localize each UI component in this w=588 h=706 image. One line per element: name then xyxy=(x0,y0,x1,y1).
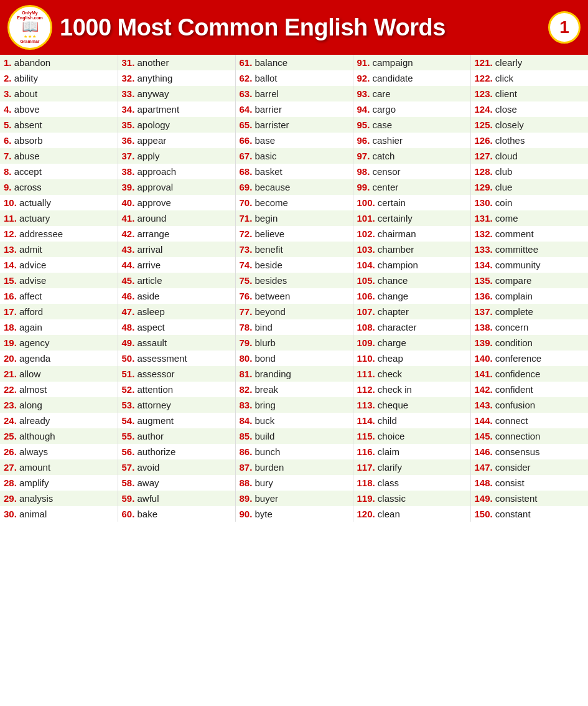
word-number: 28. xyxy=(4,478,17,488)
list-item: 12. addressee xyxy=(0,226,118,242)
list-item: 129. clue xyxy=(470,179,588,195)
word-number: 142. xyxy=(475,384,493,395)
table-row: 19. agency49. assault79. blurb109. charg… xyxy=(0,335,588,351)
list-item: 14. advice xyxy=(0,257,118,273)
word-number: 47. xyxy=(122,306,135,317)
word-number: 58. xyxy=(122,478,135,488)
word-number: 80. xyxy=(240,353,253,364)
word-number: 91. xyxy=(357,57,370,68)
list-item: 63. barrel xyxy=(235,86,353,101)
list-item: 71. begin xyxy=(235,210,353,226)
word-number: 82. xyxy=(240,384,253,395)
list-item: 65. barrister xyxy=(235,117,353,133)
word-number: 49. xyxy=(122,337,135,348)
list-item: 132. comment xyxy=(470,226,588,242)
word-number: 14. xyxy=(4,260,17,270)
list-item: 15. advise xyxy=(0,273,118,288)
word-number: 11. xyxy=(4,213,17,224)
word-number: 104. xyxy=(357,260,375,270)
word-number: 87. xyxy=(240,462,253,473)
list-item: 126. clothes xyxy=(470,133,588,148)
list-item: 100. certain xyxy=(353,195,470,210)
list-item: 128. club xyxy=(470,164,588,179)
word-number: 32. xyxy=(122,73,135,83)
list-item: 67. basic xyxy=(235,148,353,164)
list-item: 40. approve xyxy=(118,195,235,210)
list-item: 141. confidence xyxy=(470,366,588,382)
list-item: 116. claim xyxy=(353,444,470,459)
list-item: 143. confusion xyxy=(470,397,588,413)
list-item: 62. ballot xyxy=(235,70,353,86)
word-number: 90. xyxy=(240,509,253,519)
word-number: 29. xyxy=(4,493,17,504)
table-row: 2. ability32. anything62. ballot92. cand… xyxy=(0,70,588,86)
list-item: 31. another xyxy=(118,55,235,70)
list-item: 23. along xyxy=(0,397,118,413)
word-number: 78. xyxy=(240,322,253,332)
word-number: 139. xyxy=(475,337,493,348)
word-number: 18. xyxy=(4,322,17,332)
list-item: 83. bring xyxy=(235,397,353,413)
list-item: 8. accept xyxy=(0,164,118,179)
word-number: 126. xyxy=(475,135,493,146)
list-item: 88. bury xyxy=(235,475,353,491)
list-item: 87. burden xyxy=(235,459,353,475)
table-row: 4. above34. apartment64. barrier94. carg… xyxy=(0,101,588,117)
logo-book-icon: 📖 xyxy=(22,20,39,34)
list-item: 64. barrier xyxy=(235,101,353,117)
list-item: 18. again xyxy=(0,319,118,335)
list-item: 120. clean xyxy=(353,506,470,522)
table-row: 25. although55. author85. build115. choi… xyxy=(0,428,588,444)
word-number: 34. xyxy=(122,104,135,115)
list-item: 135. compare xyxy=(470,273,588,288)
word-number: 37. xyxy=(122,151,135,161)
list-item: 133. committee xyxy=(470,242,588,257)
table-row: 16. affect46. aside76. between106. chang… xyxy=(0,288,588,304)
word-number: 39. xyxy=(122,182,135,192)
word-number: 109. xyxy=(357,337,375,348)
word-number: 102. xyxy=(357,228,375,239)
list-item: 146. consensus xyxy=(470,444,588,459)
list-item: 5. absent xyxy=(0,117,118,133)
list-item: 106. change xyxy=(353,288,470,304)
word-number: 72. xyxy=(240,228,253,239)
list-item: 85. build xyxy=(235,428,353,444)
word-number: 145. xyxy=(475,431,493,441)
table-row: 7. abuse37. apply67. basic97. catch127. … xyxy=(0,148,588,164)
list-item: 38. approach xyxy=(118,164,235,179)
list-item: 24. already xyxy=(0,413,118,428)
word-number: 19. xyxy=(4,337,17,348)
table-row: 6. absorb36. appear66. base96. cashier12… xyxy=(0,133,588,148)
list-item: 28. amplify xyxy=(0,475,118,491)
word-number: 133. xyxy=(475,244,493,255)
word-number: 74. xyxy=(240,260,253,270)
word-number: 51. xyxy=(122,369,135,379)
list-item: 84. buck xyxy=(235,413,353,428)
list-item: 108. character xyxy=(353,319,470,335)
word-number: 73. xyxy=(240,244,253,255)
table-row: 15. advise45. article75. besides105. cha… xyxy=(0,273,588,288)
list-item: 98. censor xyxy=(353,164,470,179)
word-number: 15. xyxy=(4,275,17,286)
word-number: 30. xyxy=(4,509,17,519)
word-number: 23. xyxy=(4,400,17,410)
word-number: 146. xyxy=(475,446,493,457)
word-number: 52. xyxy=(122,384,135,395)
list-item: 55. author xyxy=(118,428,235,444)
list-item: 111. check xyxy=(353,366,470,382)
word-number: 64. xyxy=(240,104,253,115)
page-title: 1000 Most Common English Words xyxy=(60,14,541,41)
list-item: 30. animal xyxy=(0,506,118,522)
list-item: 130. coin xyxy=(470,195,588,210)
list-item: 43. arrival xyxy=(118,242,235,257)
word-number: 94. xyxy=(357,104,370,115)
word-number: 101. xyxy=(357,213,375,224)
word-number: 77. xyxy=(240,306,253,317)
list-item: 125. closely xyxy=(470,117,588,133)
word-number: 85. xyxy=(240,431,253,441)
table-row: 3. about33. anyway63. barrel93. care123.… xyxy=(0,86,588,101)
list-item: 119. classic xyxy=(353,491,470,506)
word-number: 86. xyxy=(240,446,253,457)
word-number: 84. xyxy=(240,415,253,426)
word-number: 130. xyxy=(475,197,493,208)
